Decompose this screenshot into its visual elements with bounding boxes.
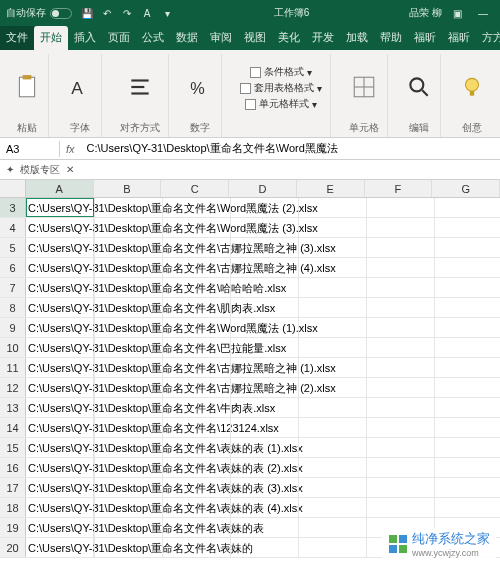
table-row[interactable]: 13C:\Users\QY-31\Desktop\重命名文件名\牛肉表.xlsx — [0, 398, 500, 418]
cell-value[interactable]: C:\Users\QY-31\Desktop\重命名文件名\表妹的表 (2).x… — [26, 458, 303, 478]
row-header[interactable]: 17 — [0, 478, 26, 497]
minimize-icon[interactable]: — — [472, 3, 494, 23]
col-header-C[interactable]: C — [161, 180, 229, 197]
align-icon[interactable] — [127, 74, 153, 100]
user-label[interactable]: 品荣 柳 — [409, 6, 442, 20]
close-icon[interactable]: ✕ — [66, 164, 74, 175]
table-row[interactable]: 7C:\Users\QY-31\Desktop\重命名文件名\哈哈哈哈.xlsx — [0, 278, 500, 298]
formula-input[interactable]: C:\Users\QY-31\Desktop\重命名文件名\Word黑魔法 — [81, 139, 500, 158]
undo-icon[interactable]: ↶ — [100, 6, 114, 20]
tab-foxit2[interactable]: 福昕 — [442, 26, 476, 50]
font-icon[interactable]: A — [67, 74, 93, 100]
tab-addin[interactable]: 加载 — [340, 26, 374, 50]
table-row[interactable]: 5C:\Users\QY-31\Desktop\重命名文件名\古娜拉黑暗之神 (… — [0, 238, 500, 258]
row-header[interactable]: 5 — [0, 238, 26, 257]
row-header[interactable]: 9 — [0, 318, 26, 337]
row-header[interactable]: 12 — [0, 378, 26, 397]
row-header[interactable]: 4 — [0, 218, 26, 237]
col-header-A[interactable]: A — [26, 180, 94, 197]
row-header[interactable]: 16 — [0, 458, 26, 477]
fx-icon[interactable]: fx — [60, 143, 81, 155]
tab-home[interactable]: 开始 — [34, 26, 68, 50]
cell-value[interactable]: C:\Users\QY-31\Desktop\重命名文件名\肌肉表.xlsx — [26, 298, 275, 318]
cell-value[interactable]: C:\Users\QY-31\Desktop\重命名文件名\表妹的表 — [26, 518, 264, 538]
cell-value[interactable]: C:\Users\QY-31\Desktop\重命名文件名\古娜拉黑暗之神 (3… — [26, 238, 336, 258]
row-header[interactable]: 11 — [0, 358, 26, 377]
tab-review[interactable]: 审阅 — [204, 26, 238, 50]
redo-icon[interactable]: ↷ — [120, 6, 134, 20]
tab-foxit1[interactable]: 福昕 — [408, 26, 442, 50]
row-header[interactable]: 13 — [0, 398, 26, 417]
cell-value[interactable]: C:\Users\QY-31\Desktop\重命名文件名\牛肉表.xlsx — [26, 398, 275, 418]
cell-value[interactable]: C:\Users\QY-31\Desktop\重命名文件名\表妹的 — [26, 538, 253, 558]
table-row[interactable]: 9C:\Users\QY-31\Desktop\重命名文件名\Word黑魔法 (… — [0, 318, 500, 338]
tab-page[interactable]: 页面 — [102, 26, 136, 50]
tab-view[interactable]: 视图 — [238, 26, 272, 50]
table-row[interactable]: 10C:\Users\QY-31\Desktop\重命名文件名\巴拉能量.xls… — [0, 338, 500, 358]
percent-icon[interactable]: % — [187, 74, 213, 100]
col-header-B[interactable]: B — [94, 180, 162, 197]
cell-value[interactable]: C:\Users\QY-31\Desktop\重命名文件名\古娜拉黑暗之神 (2… — [26, 378, 336, 398]
col-header-G[interactable]: G — [432, 180, 500, 197]
cell-style-button[interactable]: 单元格样式▾ — [245, 97, 317, 111]
cell-value[interactable]: C:\Users\QY-31\Desktop\重命名文件名\表妹的表 (1).x… — [26, 438, 303, 458]
table-format-button[interactable]: 套用表格格式▾ — [240, 81, 322, 95]
table-row[interactable]: 17C:\Users\QY-31\Desktop\重命名文件名\表妹的表 (3)… — [0, 478, 500, 498]
row-header[interactable]: 14 — [0, 418, 26, 437]
toggle-switch-icon[interactable] — [50, 8, 72, 19]
cell-value[interactable]: C:\Users\QY-31\Desktop\重命名文件名\古娜拉黑暗之神 (4… — [26, 258, 336, 278]
cell-value[interactable]: C:\Users\QY-31\Desktop\重命名文件名\Word黑魔法 (2… — [26, 198, 318, 218]
cell-value[interactable]: C:\Users\QY-31\Desktop\重命名文件名\Word黑魔法 (3… — [26, 218, 318, 238]
paste-icon[interactable] — [14, 74, 40, 100]
col-header-F[interactable]: F — [365, 180, 433, 197]
table-row[interactable]: 3C:\Users\QY-31\Desktop\重命名文件名\Word黑魔法 (… — [0, 198, 500, 218]
cell-value[interactable]: C:\Users\QY-31\Desktop\重命名文件名\表妹的表 (4).x… — [26, 498, 303, 518]
save-icon[interactable]: 💾 — [80, 6, 94, 20]
tab-beautify[interactable]: 美化 — [272, 26, 306, 50]
tab-help[interactable]: 帮助 — [374, 26, 408, 50]
tab-ff[interactable]: 方方 — [476, 26, 500, 50]
tab-insert[interactable]: 插入 — [68, 26, 102, 50]
cell-value[interactable]: C:\Users\QY-31\Desktop\重命名文件名\巴拉能量.xlsx — [26, 338, 286, 358]
table-row[interactable]: 11C:\Users\QY-31\Desktop\重命名文件名\古娜拉黑暗之神 … — [0, 358, 500, 378]
row-header[interactable]: 3 — [0, 198, 26, 217]
cell-value[interactable]: C:\Users\QY-31\Desktop\重命名文件名\表妹的表 (3).x… — [26, 478, 303, 498]
autosave-toggle[interactable]: 自动保存 — [6, 6, 72, 20]
table-row[interactable]: 4C:\Users\QY-31\Desktop\重命名文件名\Word黑魔法 (… — [0, 218, 500, 238]
ribbon-options-icon[interactable]: ▣ — [450, 6, 464, 20]
row-header[interactable]: 15 — [0, 438, 26, 457]
name-box[interactable]: A3 — [0, 141, 60, 157]
table-row[interactable]: 6C:\Users\QY-31\Desktop\重命名文件名\古娜拉黑暗之神 (… — [0, 258, 500, 278]
row-header[interactable]: 18 — [0, 498, 26, 517]
tab-formula[interactable]: 公式 — [136, 26, 170, 50]
table-row[interactable]: 8C:\Users\QY-31\Desktop\重命名文件名\肌肉表.xlsx — [0, 298, 500, 318]
lightbulb-icon[interactable] — [459, 74, 485, 100]
cell-value[interactable]: C:\Users\QY-31\Desktop\重命名文件名\古娜拉黑暗之神 (1… — [26, 358, 336, 378]
col-header-E[interactable]: E — [297, 180, 365, 197]
cells-icon[interactable] — [351, 74, 377, 100]
search-icon[interactable] — [406, 74, 432, 100]
table-row[interactable]: 16C:\Users\QY-31\Desktop\重命名文件名\表妹的表 (2)… — [0, 458, 500, 478]
table-row[interactable]: 12C:\Users\QY-31\Desktop\重命名文件名\古娜拉黑暗之神 … — [0, 378, 500, 398]
cell-value[interactable]: C:\Users\QY-31\Desktop\重命名文件名\123124.xls… — [26, 418, 279, 438]
cell-value[interactable]: C:\Users\QY-31\Desktop\重命名文件名\Word黑魔法 (1… — [26, 318, 318, 338]
template-label[interactable]: 模版专区 — [20, 163, 60, 177]
dropdown-icon[interactable]: ▾ — [160, 6, 174, 20]
row-header[interactable]: 20 — [0, 538, 26, 557]
cond-format-button[interactable]: 条件格式▾ — [250, 65, 312, 79]
table-row[interactable]: 18C:\Users\QY-31\Desktop\重命名文件名\表妹的表 (4)… — [0, 498, 500, 518]
spreadsheet-grid[interactable]: A B C D E F G 3C:\Users\QY-31\Desktop\重命… — [0, 180, 500, 558]
tab-data[interactable]: 数据 — [170, 26, 204, 50]
row-header[interactable]: 19 — [0, 518, 26, 537]
row-header[interactable]: 6 — [0, 258, 26, 277]
table-row[interactable]: 15C:\Users\QY-31\Desktop\重命名文件名\表妹的表 (1)… — [0, 438, 500, 458]
row-header[interactable]: 8 — [0, 298, 26, 317]
row-header[interactable]: 10 — [0, 338, 26, 357]
tab-file[interactable]: 文件 — [0, 26, 34, 50]
row-header[interactable]: 7 — [0, 278, 26, 297]
tab-dev[interactable]: 开发 — [306, 26, 340, 50]
table-row[interactable]: 14C:\Users\QY-31\Desktop\重命名文件名\123124.x… — [0, 418, 500, 438]
col-header-D[interactable]: D — [229, 180, 297, 197]
font-color-icon[interactable]: A — [140, 6, 154, 20]
cell-value[interactable]: C:\Users\QY-31\Desktop\重命名文件名\哈哈哈哈.xlsx — [26, 278, 286, 298]
